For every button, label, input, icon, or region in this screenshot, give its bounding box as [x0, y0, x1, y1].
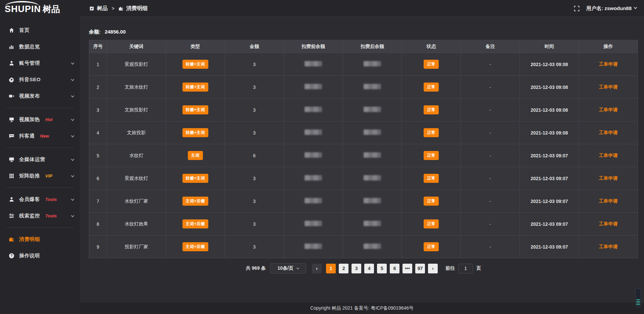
sidebar-item-矩阵助推[interactable]: 矩阵助推VIP — [0, 168, 80, 184]
work-order-link[interactable]: 工单申请 — [599, 244, 618, 249]
type-badge: 主词+后缀 — [182, 197, 209, 206]
sidebar-item-抖客通[interactable]: 抖客通New — [0, 128, 80, 144]
column-header-序号: 序号 — [89, 40, 107, 53]
sidebar-item-视频发布[interactable]: 视频发布 — [0, 88, 80, 104]
cell-action: 工单申请 — [579, 76, 638, 99]
fullscreen-icon[interactable] — [574, 6, 580, 11]
cell-status: 正常 — [402, 76, 461, 99]
browser-extension-widget[interactable] — [635, 289, 641, 307]
blurred-balance — [364, 198, 381, 203]
goto-page-input[interactable] — [458, 264, 473, 273]
cell-balance-after — [343, 213, 402, 235]
sliders-icon — [9, 213, 14, 219]
cell-index: 9 — [89, 235, 107, 258]
table-row: 8水纹灯效果主词+后缀3正常-2021-12-03 09:07工单申请 — [89, 213, 638, 235]
sidebar-badge-Tools: Tools — [45, 213, 57, 218]
cell-action: 工单申请 — [579, 235, 638, 258]
cell-remark: - — [461, 213, 520, 235]
sidebar-badge-VIP: VIP — [45, 173, 52, 178]
page-button-2[interactable]: 2 — [339, 264, 348, 273]
cell-action: 工单申请 — [579, 213, 638, 235]
cell-balance-after — [343, 76, 402, 99]
user-menu[interactable]: 用户名: zswodun88 — [586, 5, 637, 12]
page-button-6[interactable]: 6 — [390, 264, 399, 273]
user-icon — [9, 60, 14, 66]
chevron-down-icon — [297, 266, 299, 269]
cell-keyword: 水纹灯 — [107, 144, 166, 167]
table-row: 2文旅水纹灯前缀+主词3正常-2021-12-03 09:08工单申请 — [89, 76, 638, 99]
page-button-1[interactable]: 1 — [326, 264, 336, 273]
sidebar-item-首页[interactable]: 首页 — [0, 22, 80, 39]
status-badge: 正常 — [424, 83, 439, 92]
next-page-button[interactable]: › — [428, 264, 438, 273]
cell-action: 工单申请 — [579, 167, 638, 190]
cell-time: 2021-12-03 09:07 — [520, 144, 579, 167]
sidebar-item-label: 操作说明 — [19, 253, 40, 259]
sidebar-item-数据总览[interactable]: 数据总览 — [0, 39, 80, 55]
goto-suffix: 页 — [476, 265, 481, 271]
page-button-3[interactable]: 3 — [352, 264, 361, 273]
work-order-link[interactable]: 工单申请 — [599, 153, 618, 158]
sidebar-item-视频加热[interactable]: 视频加热Hot — [0, 111, 80, 128]
sidebar-item-线索监控[interactable]: 线索监控Tools — [0, 208, 80, 224]
cell-remark: - — [461, 167, 520, 190]
work-order-link[interactable]: 工单申请 — [599, 130, 618, 135]
footer: Copyright 树品 2021 备案号: 粤ICP备09019646号 — [80, 303, 644, 314]
logo-arc-decoration — [5, 1, 39, 6]
blurred-balance — [305, 175, 322, 180]
sidebar-item-label: 矩阵助推 — [19, 173, 40, 179]
work-order-link[interactable]: 工单申请 — [599, 221, 618, 226]
balance-line: 余额: 24856.00 — [89, 29, 638, 35]
sidebar-item-抖音SEO[interactable]: 抖音SEO — [0, 71, 80, 88]
work-order-link[interactable]: 工单申请 — [599, 198, 618, 204]
wallet-icon — [118, 6, 123, 11]
cell-keyword: 文旅水纹灯 — [107, 76, 166, 99]
work-order-link[interactable]: 工单申请 — [599, 84, 618, 90]
sidebar-item-操作说明[interactable]: ?操作说明 — [0, 248, 80, 264]
page-button-97[interactable]: 97 — [415, 264, 425, 273]
sidebar-item-全媒体运营[interactable]: 全媒体运营 — [0, 151, 80, 168]
cell-keyword: 投影灯厂家 — [107, 235, 166, 258]
column-header-关键词: 关键词 — [107, 40, 166, 53]
work-order-link[interactable]: 工单申请 — [599, 107, 618, 112]
cell-balance-before — [284, 121, 343, 144]
sidebar-item-消费明细[interactable]: 消费明细 — [0, 231, 80, 248]
blurred-balance — [364, 221, 381, 226]
sidebar-item-label: 抖客通 — [19, 133, 35, 139]
table-row: 4文旅投影前缀+主词3正常-2021-12-03 09:08工单申请 — [89, 121, 638, 144]
cell-type: 前缀+主词 — [166, 99, 225, 121]
cell-amount: 3 — [225, 76, 284, 99]
chevron-down-icon — [71, 61, 74, 64]
status-badge: 正常 — [424, 128, 439, 137]
topbar-right: 用户名: zswodun88 — [574, 5, 637, 12]
sidebar-item-账号管理[interactable]: 账号管理 — [0, 55, 80, 71]
cell-time: 2021-12-03 09:08 — [520, 76, 579, 99]
blurred-balance — [305, 61, 322, 66]
grid-icon — [9, 173, 14, 179]
page-size-select[interactable]: 10条/页 — [270, 263, 306, 273]
prev-page-button[interactable]: ‹ — [312, 264, 322, 273]
cell-amount: 3 — [225, 121, 284, 144]
cell-amount: 3 — [225, 235, 284, 258]
page-button-5[interactable]: 5 — [377, 264, 387, 273]
chevron-down-icon — [71, 117, 74, 121]
cell-remark: - — [461, 99, 520, 121]
sidebar-item-label: 抖音SEO — [19, 76, 41, 83]
page-button-4[interactable]: 4 — [364, 264, 374, 273]
sidebar-badge-Tools: Tools — [45, 197, 57, 202]
breadcrumb-root[interactable]: 树品 — [97, 5, 108, 12]
sidebar-item-会员爆客[interactable]: 会员爆客Tools — [0, 191, 80, 208]
topbar: 树品 > 消费明细 用户名: zswodun88 — [80, 0, 644, 17]
work-order-link[interactable]: 工单申请 — [599, 175, 618, 181]
cell-action: 工单申请 — [579, 99, 638, 121]
widget-stripes-decoration — [636, 299, 640, 306]
work-order-link[interactable]: 工单申请 — [599, 61, 618, 67]
cell-amount: 3 — [225, 53, 284, 76]
page-ellipsis-button[interactable]: ••• — [402, 264, 412, 273]
cell-amount: 6 — [225, 144, 284, 167]
table-row: 9投影灯厂家主词+后缀3正常-2021-12-03 09:07工单申请 — [89, 235, 638, 258]
blurred-balance — [364, 84, 381, 89]
blurred-balance — [305, 244, 322, 249]
page-size-value: 10条/页 — [277, 265, 293, 271]
cell-index: 3 — [89, 99, 107, 121]
